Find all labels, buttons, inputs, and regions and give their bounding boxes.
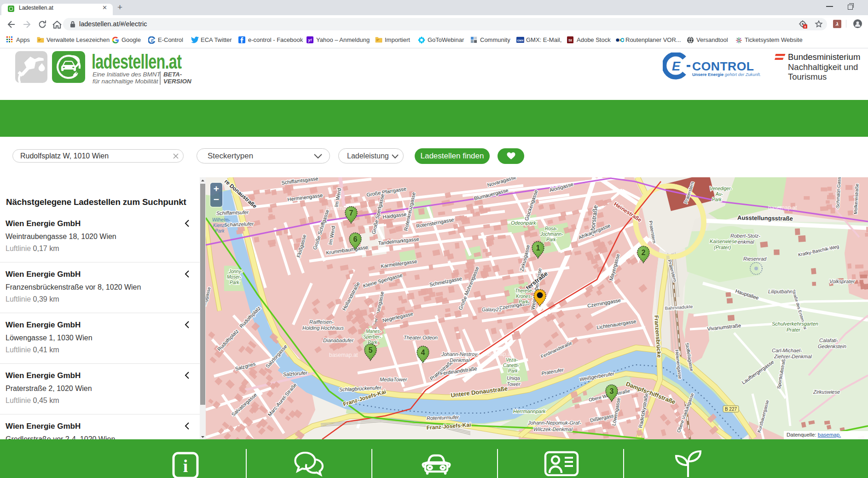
- svg-text:Liliputbahn: Liliputbahn: [768, 289, 793, 294]
- svg-text:7: 7: [349, 209, 353, 217]
- svg-text:Canetti-: Canetti-: [503, 363, 520, 368]
- svg-text:Sperber-: Sperber-: [363, 334, 381, 339]
- svg-text:Holding Hochhaus: Holding Hochhaus: [302, 325, 344, 331]
- svg-text:Denkmal: Denkmal: [450, 357, 470, 363]
- svg-text:E: E: [151, 38, 154, 43]
- svg-text:y!: y!: [307, 38, 312, 42]
- svg-text:St: St: [568, 38, 572, 42]
- svg-text:Gedenkstein: Gedenkstein: [818, 344, 846, 349]
- svg-text:Unsere Energie gehört der Zuku: Unsere Energie gehört der Zukunft.: [692, 72, 761, 77]
- svg-text:Johann-Nestroy-: Johann-Nestroy-: [441, 351, 479, 357]
- svg-text:Jochmann-: Jochmann-: [540, 232, 563, 237]
- svg-text:E: E: [672, 59, 681, 73]
- svg-text:x: x: [804, 25, 806, 28]
- svg-text:2: 2: [642, 249, 646, 256]
- svg-text:basemap.at: basemap.at: [483, 351, 512, 357]
- svg-text:B 227: B 227: [725, 407, 737, 412]
- svg-text:Park: Park: [215, 228, 225, 233]
- svg-text:Ziehrer-Denkmal: Ziehrer-Denkmal: [774, 354, 812, 359]
- svg-text:Tower: Tower: [507, 381, 521, 387]
- svg-text:GMX: GMX: [517, 39, 524, 42]
- svg-text:Herrmannpark: Herrmannpark: [513, 408, 546, 414]
- svg-text:Park: Park: [546, 237, 556, 242]
- svg-text:4: 4: [421, 349, 425, 356]
- svg-text:Denkmal: Denkmal: [734, 239, 754, 245]
- svg-text:Theater Odeon: Theater Odeon: [404, 335, 438, 340]
- svg-text:Uniqa: Uniqa: [507, 375, 520, 381]
- svg-text:Ausstellungsstraße: Ausstellungsstraße: [737, 214, 793, 222]
- svg-text:Park: Park: [230, 280, 240, 285]
- svg-text:Prater: Prater: [787, 327, 801, 332]
- svg-text:i: i: [183, 456, 188, 476]
- svg-text:Volksprater: Volksprater: [829, 279, 856, 284]
- svg-text:Therese-: Therese-: [515, 288, 534, 293]
- svg-text:Odeonpark: Odeonpark: [511, 220, 536, 226]
- svg-text:Calafati-: Calafati-: [819, 338, 838, 343]
- svg-text:Krones-: Krones-: [516, 294, 532, 299]
- svg-text:Carl-Michael-: Carl-Michael-: [772, 348, 802, 353]
- svg-text:Zirkuswiese: Zirkuswiese: [813, 389, 840, 395]
- svg-text:Wilhelm-: Wilhelm-: [212, 217, 230, 222]
- svg-text:Schulverkehrsgarten: Schulverkehrsgarten: [772, 321, 818, 326]
- svg-text:Park: Park: [712, 197, 722, 202]
- svg-text:Schiffamtsufer: Schiffamtsufer: [216, 210, 249, 216]
- svg-text:Galaxy21: Galaxy21: [482, 307, 501, 312]
- svg-text:(Prater): (Prater): [714, 245, 731, 250]
- svg-text:basemap.at: basemap.at: [768, 204, 797, 211]
- svg-text:Kaiserwiese: Kaiserwiese: [710, 239, 737, 244]
- svg-text:MediaTower: MediaTower: [380, 377, 408, 382]
- svg-text:Dianabadufer: Dianabadufer: [323, 338, 354, 343]
- svg-text:Venediger-: Venediger-: [710, 186, 732, 191]
- svg-text:Au-: Au-: [715, 192, 723, 197]
- svg-text:Kienzl-: Kienzl-: [213, 223, 227, 228]
- svg-text:Park: Park: [519, 299, 529, 304]
- svg-text:Park: Park: [508, 368, 518, 373]
- svg-text:Raiffeisen-: Raiffeisen-: [309, 319, 334, 325]
- svg-text:1: 1: [536, 244, 540, 252]
- svg-text:Rotenturmufer: Rotenturmufer: [427, 414, 460, 421]
- svg-text:Riesenrad: Riesenrad: [743, 256, 767, 262]
- svg-text:CONTROL: CONTROL: [692, 59, 754, 73]
- svg-text:Rosa-: Rosa-: [545, 226, 557, 231]
- svg-text:basemap.at: basemap.at: [329, 352, 358, 358]
- svg-text:5: 5: [369, 346, 373, 354]
- svg-text:Manes-: Manes-: [366, 329, 382, 334]
- svg-text:Moser-: Moser-: [227, 274, 242, 280]
- svg-text:Jonny-: Jonny-: [228, 269, 243, 274]
- svg-text:Robert-Stolz-: Robert-Stolz-: [730, 233, 760, 239]
- svg-text:Veza-: Veza-: [506, 357, 518, 362]
- svg-text:3: 3: [610, 387, 614, 395]
- svg-text:Wilczek-Denkmal: Wilczek-Denkmal: [533, 426, 573, 432]
- svg-text:6: 6: [353, 235, 358, 243]
- svg-text:Johann-Nepomuk-Graf-: Johann-Nepomuk-Graf-: [527, 420, 581, 426]
